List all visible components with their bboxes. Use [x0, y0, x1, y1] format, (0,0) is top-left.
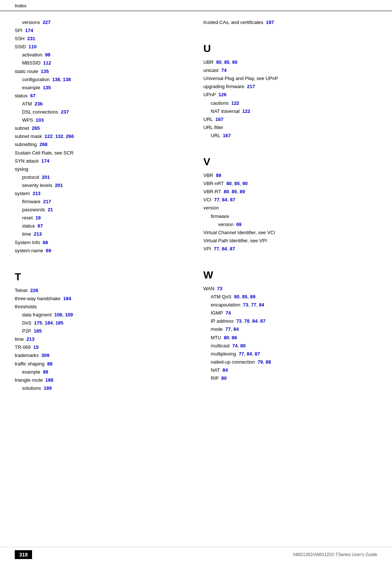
section-letter-W: W	[203, 269, 377, 281]
entry-ssid: SSID 110 activation 98 MBSSID 112	[15, 43, 189, 67]
entry-subnetting: subnetting 268	[15, 140, 189, 149]
entry-versions: versions 227	[15, 18, 189, 27]
entry-url-filter: URL filter URL 167	[203, 124, 377, 140]
entry-upnp-ref: Universal Plug and Play, see UPnP	[203, 74, 377, 83]
entry-upnp: UPnP 126 cautions 122 NAT traversal 122	[203, 91, 377, 115]
entry-status: status 67 ATM 236 DSL connections 237 WP…	[15, 92, 189, 124]
entry-vbr: VBR 89	[203, 171, 377, 180]
entry-system: system 213 firmware 217 passwords 21 res…	[15, 190, 189, 239]
entry-syn-attack: SYN attack 174	[15, 157, 189, 165]
entry-system-name: system name 69	[15, 247, 189, 255]
entry-tr069: TR-069 15	[15, 343, 189, 351]
entry-telnet: Telnet 226	[15, 287, 189, 295]
entry-unicast: unicast 74	[203, 66, 377, 74]
footer-title: AMG1302/AMG1202-TSeries User's Guide	[293, 552, 377, 557]
entry-spi: SPI 174	[15, 27, 189, 35]
entry-syslog: syslog protocol 201 severity levels 201	[15, 165, 189, 190]
entry-vpi: VPI 77, 84, 87	[203, 245, 377, 253]
section-letter-U: U	[203, 43, 377, 55]
entry-traffic-shaping: traffic shaping 88 example 89	[15, 360, 189, 376]
section-letter-T: T	[15, 271, 189, 283]
entry-thresholds: thresholds data fragment 106, 109 DoS 17…	[15, 303, 189, 335]
entry-vci: VCI 77, 84, 87	[203, 196, 377, 204]
entry-virtual-path: Virtual Path Identifier, see VPI	[203, 237, 377, 245]
entry-wan: WAN 73 ATM QoS 80, 85, 89 encapsulation …	[203, 285, 377, 382]
entry-virtual-channel: Virtual Channel Identifier, see VCI	[203, 229, 377, 237]
footer-page-number: 318	[15, 550, 32, 559]
page-header: Index	[0, 0, 392, 11]
header-title: Index	[15, 3, 27, 8]
entry-trademarks: trademarks 309	[15, 351, 189, 360]
left-column: versions 227 SPI 174 SSH 231 SSID 110 ac…	[15, 18, 196, 392]
entry-time: time 213	[15, 335, 189, 343]
entry-subnet-mask: subnet mask 122, 132, 266	[15, 132, 189, 140]
entry-system-info: System Info 68	[15, 239, 189, 247]
entry-vbr-rt: VBR-RT 80, 85, 89	[203, 188, 377, 196]
entry-sustain-cell-rate: Sustain Cell Rate, see SCR	[15, 149, 189, 157]
entry-three-way-handshake: three-way handshake 184	[15, 295, 189, 303]
right-column: trusted CAs, and certificates 197 U UBR …	[196, 18, 377, 392]
entry-ubr: UBR 80, 85, 90	[203, 58, 377, 66]
entry-upgrading-firmware: upgrading firmware 217	[203, 83, 377, 91]
entry-subnet: subnet 265	[15, 124, 189, 132]
entry-vbr-nrt: VBR-nRT 80, 85, 90	[203, 180, 377, 188]
section-letter-V: V	[203, 156, 377, 168]
entry-ssh: SSH 231	[15, 35, 189, 43]
page-footer: 318 AMG1302/AMG1202-TSeries User's Guide	[0, 547, 392, 562]
entry-triangle-route: triangle route 188 solutions 189	[15, 376, 189, 392]
entry-static-route: static route 135 configuration 136, 138 …	[15, 67, 189, 92]
entry-trusted-cas: trusted CAs, and certificates 197	[203, 18, 377, 27]
entry-url: URL 167	[203, 115, 377, 124]
entry-version: version firmware version 69	[203, 204, 377, 228]
